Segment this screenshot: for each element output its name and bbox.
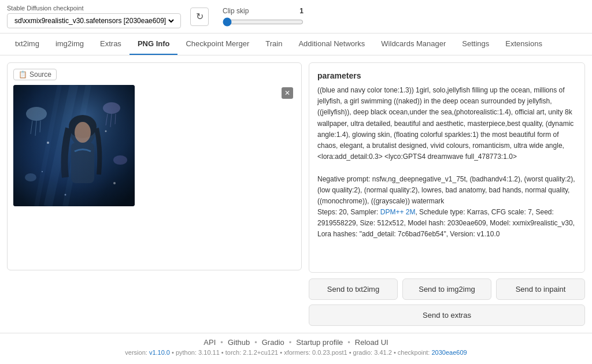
svg-line-2 — [48, 85, 74, 206]
clip-skip-header: Clip skip 1 — [223, 7, 304, 15]
svg-line-15 — [110, 114, 112, 127]
svg-line-11 — [35, 121, 36, 136]
tab-checkpoint-merger[interactable]: Checkpoint Merger — [177, 34, 257, 55]
action-buttons: Send to txt2img Send to img2img Send to … — [309, 278, 585, 326]
send-to-txt2img-button[interactable]: Send to txt2img — [309, 278, 398, 300]
footer-version: version: v1.10.0 • python: 3.10.11 • tor… — [7, 349, 585, 356]
svg-point-22 — [113, 182, 116, 184]
checkpoint-label: Stable Diffusion checkpoint — [7, 5, 181, 12]
source-icon: 📋 — [18, 70, 27, 79]
main-content: 📋 Source — [0, 55, 592, 333]
svg-rect-1 — [13, 85, 135, 206]
image-container: ✕ — [13, 85, 295, 206]
sampler-highlight: DPM++ 2M — [380, 208, 416, 216]
parameters-text: ((blue and navy color tone:1.3)) 1girl, … — [317, 85, 576, 240]
svg-line-14 — [106, 114, 108, 125]
clip-skip-label: Clip skip — [223, 7, 249, 15]
image-area: 📋 Source — [7, 62, 302, 270]
tab-extensions[interactable]: Extensions — [497, 34, 550, 55]
tab-wildcards-manager[interactable]: Wildcards Manager — [373, 34, 454, 55]
action-row-2: Send to extras — [309, 304, 585, 326]
footer-gradio-link[interactable]: Gradio — [262, 338, 284, 347]
image-toolbar: 📋 Source — [13, 69, 295, 80]
close-image-button[interactable]: ✕ — [282, 87, 293, 99]
footer: API • Github • Gradio • Startup profile … — [0, 333, 592, 361]
checkpoint-section: Stable Diffusion checkpoint sd\xxmix9rea… — [7, 5, 181, 28]
svg-point-7 — [69, 115, 97, 138]
nav-tabs: txt2img img2img Extras PNG Info Checkpoi… — [0, 34, 592, 55]
svg-point-18 — [113, 155, 127, 165]
svg-point-8 — [75, 122, 91, 143]
footer-api-link[interactable]: API — [204, 338, 216, 347]
action-row-1: Send to txt2img Send to img2img Send to … — [309, 278, 585, 300]
tab-img2img[interactable]: img2img — [47, 34, 92, 55]
svg-point-21 — [42, 171, 43, 172]
tab-settings[interactable]: Settings — [454, 34, 497, 55]
svg-point-23 — [65, 194, 66, 196]
uploaded-image — [13, 85, 135, 206]
send-to-img2img-button[interactable]: Send to img2img — [402, 278, 491, 300]
source-label: Source — [29, 70, 51, 79]
footer-github-link[interactable]: Github — [228, 338, 250, 347]
checkpoint-hash-footer: 2030eae609 — [431, 349, 467, 356]
footer-reload-link[interactable]: Reload UI — [355, 338, 388, 347]
refresh-button[interactable]: ↻ — [190, 8, 209, 26]
svg-point-13 — [103, 102, 120, 114]
left-panel: 📋 Source — [7, 62, 302, 326]
tab-additional-networks[interactable]: Additional Networks — [290, 34, 373, 55]
checkpoint-dropdown[interactable]: sd\xxmix9realistic_v30.safetensors [2030… — [12, 16, 176, 25]
svg-line-16 — [115, 114, 116, 124]
svg-line-12 — [40, 121, 40, 132]
svg-line-3 — [65, 85, 88, 206]
clip-skip-section: Clip skip 1 — [223, 7, 304, 27]
svg-point-20 — [105, 131, 107, 132]
checkpoint-select-wrapper[interactable]: sd\xxmix9realistic_v30.safetensors [2030… — [7, 13, 181, 28]
parameters-box: parameters ((blue and navy color tone:1.… — [309, 62, 585, 273]
send-to-extras-button[interactable]: Send to extras — [309, 304, 585, 326]
source-button[interactable]: 📋 Source — [13, 69, 57, 80]
footer-startup-link[interactable]: Startup profile — [296, 338, 343, 347]
version-value: v1.10.0 — [149, 349, 170, 356]
svg-line-10 — [31, 121, 32, 134]
tab-extras[interactable]: Extras — [92, 34, 130, 55]
footer-links: API • Github • Gradio • Startup profile … — [7, 338, 585, 347]
svg-point-5 — [70, 116, 95, 146]
clip-skip-slider[interactable] — [223, 17, 304, 27]
svg-rect-6 — [71, 143, 94, 183]
tab-png-info[interactable]: PNG Info — [130, 34, 178, 55]
right-panel: parameters ((blue and navy color tone:1.… — [302, 62, 585, 326]
svg-line-4 — [36, 85, 60, 206]
parameters-title: parameters — [317, 71, 576, 80]
clip-skip-value: 1 — [299, 7, 304, 15]
svg-point-9 — [26, 107, 47, 121]
svg-point-19 — [47, 142, 49, 144]
svg-point-17 — [25, 173, 36, 181]
tab-txt2img[interactable]: txt2img — [7, 34, 47, 55]
send-to-inpaint-button[interactable]: Send to inpaint — [496, 278, 585, 300]
top-bar: Stable Diffusion checkpoint sd\xxmix9rea… — [0, 0, 592, 34]
svg-rect-0 — [13, 85, 135, 206]
tab-train[interactable]: Train — [257, 34, 290, 55]
